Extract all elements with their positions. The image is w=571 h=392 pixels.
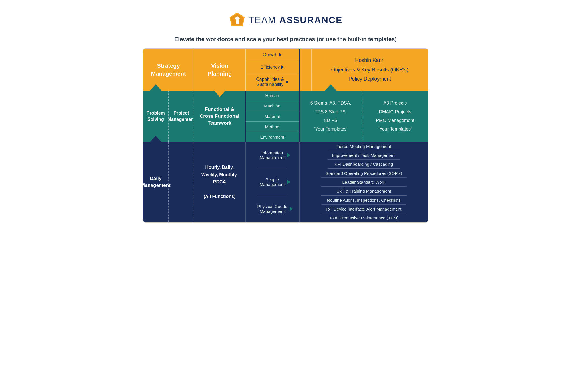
info-item-1: Tiered Meeting Management [328, 142, 400, 151]
physical-mgmt-item: Physical GoodsManagement [255, 195, 290, 222]
physical-item-2: IoT Device interface, Alert Management [322, 205, 406, 213]
people-mgmt-item: PeopleManagement [257, 169, 287, 196]
ishikawa-environment: Environment [246, 132, 299, 142]
right-items-cell: Tiered Meeting Management Improvement / … [300, 142, 428, 222]
people-items-group: Standard Operating Procedures (SOP's) Le… [321, 169, 407, 196]
vision-planning-label: VisionPlanning [208, 62, 232, 78]
people-item-2: Leader Standard Work [321, 178, 407, 187]
hoshin-label: Hoshin KanriObjectives & Key Results (OK… [331, 56, 409, 83]
info-items-group: Tiered Meeting Management Improvement / … [328, 142, 400, 169]
info-item-2: Improvement / Task Management [328, 151, 400, 160]
daily-management-label: DailyManagement [143, 175, 171, 189]
hourly-cell: Hourly, Daily,Weekly, Monthly,PDCA(All F… [194, 142, 245, 222]
sigma-cell: 6 Sigma, A3, PDSA,TPS 8 Step PS,8D PS'Yo… [300, 91, 362, 142]
ishikawa-human: Human [246, 91, 299, 101]
daily-management-cell: DailyManagement [143, 142, 169, 222]
ishikawa-material: Material [246, 111, 299, 121]
people-arrow [287, 180, 290, 184]
orange-gap [300, 49, 311, 91]
diagram: StrategyManagement VisionPlanning Growth… [143, 48, 428, 223]
people-item-3: Skill & Training Management [321, 187, 407, 195]
growth-item-efficiency: Efficiency [246, 61, 299, 73]
a3-cell: A3 ProjectsDMAIC ProjectsPMO Management'… [362, 91, 428, 142]
project-management-label: ProjectManagement [167, 110, 195, 123]
vision-arrow-down [214, 91, 225, 97]
physical-item-1: Routine Audits, Inspections, Checklists [322, 196, 406, 205]
problem-arrow-up [150, 84, 161, 91]
a3-label: A3 ProjectsDMAIC ProjectsPMO Management'… [376, 99, 414, 134]
ishikawa-machine: Machine [246, 101, 299, 111]
daily-empty-cell [169, 142, 195, 222]
logo-text: TEAM ASSURANCE [249, 15, 342, 25]
physical-arrow [290, 207, 293, 211]
functional-teamwork-label: Functional &Cross FunctionalTeamwork [200, 106, 239, 126]
physical-items-group: Routine Audits, Inspections, Checklists … [322, 196, 406, 222]
people-item-1: Standard Operating Procedures (SOP's) [321, 169, 407, 178]
sigma-label: 6 Sigma, A3, PDSA,TPS 8 Step PS,8D PS'Yo… [310, 99, 351, 134]
logo-icon [229, 11, 246, 29]
growth-item-capabilities: Capabilities &Sustainability [246, 73, 299, 91]
functional-teamwork-cell: Functional &Cross FunctionalTeamwork [194, 91, 245, 142]
hourly-label: Hourly, Daily,Weekly, Monthly,PDCA(All F… [201, 164, 238, 200]
sigma-arrow-up [325, 84, 336, 91]
vision-planning-cell: VisionPlanning [194, 49, 245, 91]
problem-solving-cell: ProblemSolving [143, 91, 169, 142]
header: TEAM ASSURANCE [143, 6, 428, 31]
tagline: Elevate the workforce and scale your bes… [143, 36, 428, 43]
mgmt-types-cell: InformationManagement PeopleManagement P… [246, 142, 300, 222]
problem-solving-label: ProblemSolving [147, 110, 165, 123]
ishikawa-method: Method [246, 122, 299, 132]
strategy-management-label: StrategyManagement [151, 62, 186, 78]
physical-item-3: Total Productive Maintenance (TPM) [322, 213, 406, 222]
ishikawa-cell: Human Machine Material Method Environmen… [246, 91, 300, 142]
daily-arrow-up [150, 136, 161, 142]
info-arrow [287, 153, 290, 157]
growth-item-growth: Growth [246, 49, 299, 61]
info-mgmt-item: InformationManagement [257, 142, 287, 169]
growth-list-cell: Growth Efficiency Capabilities &Sustaina… [246, 49, 300, 91]
info-item-3: KPI Dashboarding / Cascading [328, 160, 400, 168]
project-management-cell: ProjectManagement [169, 91, 195, 142]
